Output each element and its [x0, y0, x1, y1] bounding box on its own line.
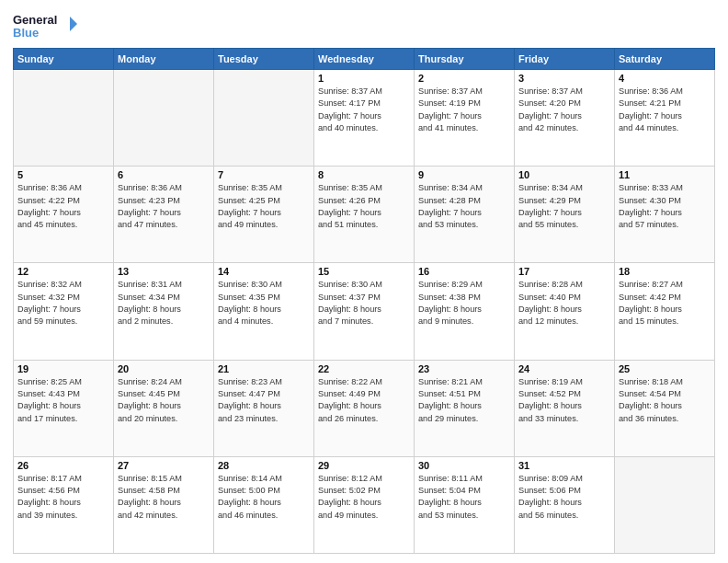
day-detail: Sunrise: 8:15 AM Sunset: 4:58 PM Dayligh…: [118, 473, 210, 522]
calendar-cell: 20Sunrise: 8:24 AM Sunset: 4:45 PM Dayli…: [114, 360, 214, 456]
day-number: 19: [17, 363, 109, 374]
calendar-cell: 16Sunrise: 8:29 AM Sunset: 4:38 PM Dayli…: [415, 263, 515, 360]
calendar-cell: 21Sunrise: 8:23 AM Sunset: 4:47 PM Dayli…: [214, 360, 314, 456]
calendar-cell: [615, 456, 715, 553]
logo-svg: General Blue: [13, 9, 77, 42]
weekday-header-row: SundayMondayTuesdayWednesdayThursdayFrid…: [14, 49, 715, 70]
calendar-cell: 1Sunrise: 8:37 AM Sunset: 4:17 PM Daylig…: [314, 70, 415, 167]
day-detail: Sunrise: 8:29 AM Sunset: 4:38 PM Dayligh…: [418, 279, 510, 327]
day-number: 7: [218, 169, 310, 180]
day-number: 20: [118, 363, 210, 374]
day-detail: Sunrise: 8:32 AM Sunset: 4:32 PM Dayligh…: [17, 279, 109, 327]
day-number: 6: [118, 169, 210, 180]
calendar-cell: 5Sunrise: 8:36 AM Sunset: 4:22 PM Daylig…: [14, 167, 114, 263]
weekday-header-wednesday: Wednesday: [314, 49, 415, 70]
day-number: 4: [619, 73, 711, 84]
weekday-header-friday: Friday: [515, 49, 615, 70]
calendar-week-1: 1Sunrise: 8:37 AM Sunset: 4:17 PM Daylig…: [14, 70, 715, 167]
calendar-week-3: 12Sunrise: 8:32 AM Sunset: 4:32 PM Dayli…: [14, 263, 715, 360]
day-number: 21: [218, 363, 310, 374]
day-number: 1: [318, 73, 410, 84]
calendar-cell: 27Sunrise: 8:15 AM Sunset: 4:58 PM Dayli…: [114, 456, 214, 553]
calendar-cell: 24Sunrise: 8:19 AM Sunset: 4:52 PM Dayli…: [515, 360, 615, 456]
day-detail: Sunrise: 8:09 AM Sunset: 5:06 PM Dayligh…: [518, 473, 610, 522]
calendar-cell: 23Sunrise: 8:21 AM Sunset: 4:51 PM Dayli…: [415, 360, 515, 456]
calendar-cell: 18Sunrise: 8:27 AM Sunset: 4:42 PM Dayli…: [615, 263, 715, 360]
day-detail: Sunrise: 8:36 AM Sunset: 4:21 PM Dayligh…: [619, 86, 711, 134]
day-number: 22: [318, 363, 410, 374]
day-number: 30: [418, 460, 510, 471]
day-number: 8: [318, 169, 410, 180]
day-detail: Sunrise: 8:37 AM Sunset: 4:20 PM Dayligh…: [518, 86, 610, 134]
day-number: 12: [17, 266, 109, 277]
day-number: 18: [619, 266, 711, 277]
calendar-week-2: 5Sunrise: 8:36 AM Sunset: 4:22 PM Daylig…: [14, 167, 715, 263]
calendar-cell: [114, 70, 214, 167]
calendar-cell: 2Sunrise: 8:37 AM Sunset: 4:19 PM Daylig…: [415, 70, 515, 167]
day-detail: Sunrise: 8:24 AM Sunset: 4:45 PM Dayligh…: [118, 376, 210, 425]
weekday-header-saturday: Saturday: [615, 49, 715, 70]
calendar-cell: 22Sunrise: 8:22 AM Sunset: 4:49 PM Dayli…: [314, 360, 415, 456]
day-number: 3: [518, 73, 610, 84]
day-number: 29: [318, 460, 410, 471]
day-number: 13: [118, 266, 210, 277]
day-number: 27: [118, 460, 210, 471]
calendar-cell: 14Sunrise: 8:30 AM Sunset: 4:35 PM Dayli…: [214, 263, 314, 360]
day-detail: Sunrise: 8:12 AM Sunset: 5:02 PM Dayligh…: [318, 473, 410, 522]
header: General Blue: [13, 9, 715, 42]
day-detail: Sunrise: 8:34 AM Sunset: 4:28 PM Dayligh…: [418, 182, 510, 231]
day-number: 31: [518, 460, 610, 471]
svg-text:General: General: [13, 13, 57, 27]
calendar-week-5: 26Sunrise: 8:17 AM Sunset: 4:56 PM Dayli…: [14, 456, 715, 553]
weekday-header-sunday: Sunday: [14, 49, 114, 70]
calendar-cell: 11Sunrise: 8:33 AM Sunset: 4:30 PM Dayli…: [615, 167, 715, 263]
calendar-week-4: 19Sunrise: 8:25 AM Sunset: 4:43 PM Dayli…: [14, 360, 715, 456]
day-number: 26: [17, 460, 109, 471]
day-detail: Sunrise: 8:30 AM Sunset: 4:35 PM Dayligh…: [218, 279, 310, 327]
day-number: 11: [619, 169, 711, 180]
svg-marker-2: [70, 17, 77, 31]
day-detail: Sunrise: 8:35 AM Sunset: 4:25 PM Dayligh…: [218, 182, 310, 231]
day-detail: Sunrise: 8:31 AM Sunset: 4:34 PM Dayligh…: [118, 279, 210, 327]
calendar-table: SundayMondayTuesdayWednesdayThursdayFrid…: [13, 48, 715, 554]
calendar-cell: 31Sunrise: 8:09 AM Sunset: 5:06 PM Dayli…: [515, 456, 615, 553]
calendar-cell: 30Sunrise: 8:11 AM Sunset: 5:04 PM Dayli…: [415, 456, 515, 553]
day-number: 25: [619, 363, 711, 374]
calendar-cell: 28Sunrise: 8:14 AM Sunset: 5:00 PM Dayli…: [214, 456, 314, 553]
calendar-cell: [214, 70, 314, 167]
day-detail: Sunrise: 8:36 AM Sunset: 4:22 PM Dayligh…: [17, 182, 109, 231]
day-detail: Sunrise: 8:18 AM Sunset: 4:54 PM Dayligh…: [619, 376, 711, 425]
day-number: 9: [418, 169, 510, 180]
day-detail: Sunrise: 8:23 AM Sunset: 4:47 PM Dayligh…: [218, 376, 310, 425]
weekday-header-monday: Monday: [114, 49, 214, 70]
calendar-cell: 26Sunrise: 8:17 AM Sunset: 4:56 PM Dayli…: [14, 456, 114, 553]
day-detail: Sunrise: 8:33 AM Sunset: 4:30 PM Dayligh…: [619, 182, 711, 231]
svg-text:Blue: Blue: [13, 26, 39, 40]
calendar-cell: 13Sunrise: 8:31 AM Sunset: 4:34 PM Dayli…: [114, 263, 214, 360]
day-number: 10: [518, 169, 610, 180]
day-detail: Sunrise: 8:27 AM Sunset: 4:42 PM Dayligh…: [619, 279, 711, 327]
day-detail: Sunrise: 8:30 AM Sunset: 4:37 PM Dayligh…: [318, 279, 410, 327]
day-number: 17: [518, 266, 610, 277]
day-detail: Sunrise: 8:25 AM Sunset: 4:43 PM Dayligh…: [17, 376, 109, 425]
day-detail: Sunrise: 8:17 AM Sunset: 4:56 PM Dayligh…: [17, 473, 109, 522]
day-detail: Sunrise: 8:14 AM Sunset: 5:00 PM Dayligh…: [218, 473, 310, 522]
day-detail: Sunrise: 8:21 AM Sunset: 4:51 PM Dayligh…: [418, 376, 510, 425]
calendar-cell: 19Sunrise: 8:25 AM Sunset: 4:43 PM Dayli…: [14, 360, 114, 456]
day-number: 16: [418, 266, 510, 277]
day-number: 24: [518, 363, 610, 374]
calendar-cell: 29Sunrise: 8:12 AM Sunset: 5:02 PM Dayli…: [314, 456, 415, 553]
calendar-cell: 12Sunrise: 8:32 AM Sunset: 4:32 PM Dayli…: [14, 263, 114, 360]
day-detail: Sunrise: 8:19 AM Sunset: 4:52 PM Dayligh…: [518, 376, 610, 425]
calendar-cell: [14, 70, 114, 167]
calendar-cell: 6Sunrise: 8:36 AM Sunset: 4:23 PM Daylig…: [114, 167, 214, 263]
day-detail: Sunrise: 8:22 AM Sunset: 4:49 PM Dayligh…: [318, 376, 410, 425]
day-number: 15: [318, 266, 410, 277]
day-number: 2: [418, 73, 510, 84]
calendar-cell: 4Sunrise: 8:36 AM Sunset: 4:21 PM Daylig…: [615, 70, 715, 167]
calendar-cell: 17Sunrise: 8:28 AM Sunset: 4:40 PM Dayli…: [515, 263, 615, 360]
day-detail: Sunrise: 8:37 AM Sunset: 4:17 PM Dayligh…: [318, 86, 410, 134]
calendar-cell: 8Sunrise: 8:35 AM Sunset: 4:26 PM Daylig…: [314, 167, 415, 263]
day-number: 5: [17, 169, 109, 180]
day-detail: Sunrise: 8:34 AM Sunset: 4:29 PM Dayligh…: [518, 182, 610, 231]
